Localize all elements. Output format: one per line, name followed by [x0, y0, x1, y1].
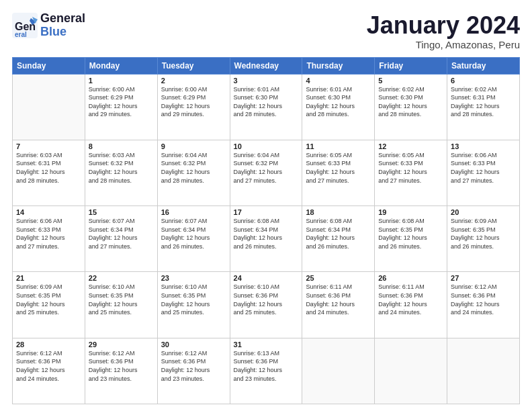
day-info: Sunrise: 6:01 AM Sunset: 6:30 PM Dayligh… [234, 85, 299, 119]
calendar-cell: 18Sunrise: 6:08 AM Sunset: 6:34 PM Dayli… [302, 206, 375, 272]
day-number: 6 [451, 77, 516, 85]
calendar-cell: 26Sunrise: 6:11 AM Sunset: 6:36 PM Dayli… [375, 272, 447, 338]
calendar-cell: 20Sunrise: 6:09 AM Sunset: 6:35 PM Dayli… [447, 206, 520, 272]
day-number: 21 [16, 274, 81, 282]
logo-blue: Blue [40, 26, 85, 39]
weekday-monday: Monday [85, 57, 157, 74]
calendar-cell: 17Sunrise: 6:08 AM Sunset: 6:34 PM Dayli… [230, 206, 302, 272]
logo-general: General [40, 12, 85, 26]
calendar-cell: 23Sunrise: 6:10 AM Sunset: 6:35 PM Dayli… [157, 272, 230, 338]
calendar-cell: 30Sunrise: 6:12 AM Sunset: 6:36 PM Dayli… [157, 338, 230, 404]
day-info: Sunrise: 6:07 AM Sunset: 6:34 PM Dayligh… [89, 217, 154, 250]
day-info: Sunrise: 6:07 AM Sunset: 6:34 PM Dayligh… [161, 217, 226, 250]
day-number: 24 [234, 274, 299, 282]
day-info: Sunrise: 6:03 AM Sunset: 6:31 PM Dayligh… [16, 151, 81, 185]
day-info: Sunrise: 6:01 AM Sunset: 6:30 PM Dayligh… [306, 85, 371, 119]
day-number: 9 [161, 142, 226, 150]
calendar-cell: 28Sunrise: 6:12 AM Sunset: 6:36 PM Dayli… [13, 338, 85, 404]
day-number: 8 [89, 142, 154, 150]
day-info: Sunrise: 6:09 AM Sunset: 6:35 PM Dayligh… [16, 283, 81, 316]
calendar-cell: 27Sunrise: 6:12 AM Sunset: 6:36 PM Dayli… [447, 272, 520, 338]
calendar-cell [302, 338, 375, 404]
day-info: Sunrise: 6:10 AM Sunset: 6:35 PM Dayligh… [161, 283, 226, 316]
week-row-0: 1Sunrise: 6:00 AM Sunset: 6:29 PM Daylig… [13, 74, 520, 140]
day-number: 26 [378, 274, 443, 282]
calendar-cell: 24Sunrise: 6:10 AM Sunset: 6:36 PM Dayli… [230, 272, 302, 338]
calendar-cell: 1Sunrise: 6:00 AM Sunset: 6:29 PM Daylig… [85, 74, 157, 140]
week-row-3: 21Sunrise: 6:09 AM Sunset: 6:35 PM Dayli… [13, 272, 520, 338]
day-number: 2 [161, 77, 226, 85]
day-number: 10 [234, 142, 299, 150]
calendar-cell: 31Sunrise: 6:13 AM Sunset: 6:36 PM Dayli… [230, 338, 302, 404]
day-number: 23 [161, 274, 226, 282]
title-block: January 2024 Tingo, Amazonas, Peru [367, 12, 520, 50]
calendar-cell: 19Sunrise: 6:08 AM Sunset: 6:35 PM Dayli… [375, 206, 447, 272]
day-info: Sunrise: 6:02 AM Sunset: 6:31 PM Dayligh… [451, 85, 516, 119]
calendar-body: 1Sunrise: 6:00 AM Sunset: 6:29 PM Daylig… [13, 74, 520, 404]
calendar-table: SundayMondayTuesdayWednesdayThursdayFrid… [12, 57, 520, 404]
day-info: Sunrise: 6:08 AM Sunset: 6:35 PM Dayligh… [378, 217, 443, 250]
calendar-title: January 2024 [367, 12, 520, 39]
weekday-sunday: Sunday [13, 57, 85, 74]
day-info: Sunrise: 6:12 AM Sunset: 6:36 PM Dayligh… [16, 349, 81, 383]
day-info: Sunrise: 6:04 AM Sunset: 6:32 PM Dayligh… [161, 151, 226, 185]
svg-text:eral: eral [15, 31, 27, 38]
calendar-cell [447, 338, 520, 404]
week-row-2: 14Sunrise: 6:06 AM Sunset: 6:33 PM Dayli… [13, 206, 520, 272]
day-number: 16 [161, 208, 226, 216]
calendar-cell: 2Sunrise: 6:00 AM Sunset: 6:29 PM Daylig… [157, 74, 230, 140]
calendar-cell: 5Sunrise: 6:02 AM Sunset: 6:30 PM Daylig… [375, 74, 447, 140]
day-info: Sunrise: 6:06 AM Sunset: 6:33 PM Dayligh… [451, 151, 516, 185]
calendar-cell: 8Sunrise: 6:03 AM Sunset: 6:32 PM Daylig… [85, 140, 157, 205]
day-number: 25 [306, 274, 371, 282]
day-number: 1 [89, 77, 154, 85]
day-number: 4 [306, 77, 371, 85]
calendar-cell: 3Sunrise: 6:01 AM Sunset: 6:30 PM Daylig… [230, 74, 302, 140]
day-number: 20 [451, 208, 516, 216]
day-info: Sunrise: 6:11 AM Sunset: 6:36 PM Dayligh… [378, 283, 443, 316]
calendar-cell: 7Sunrise: 6:03 AM Sunset: 6:31 PM Daylig… [13, 140, 85, 205]
day-info: Sunrise: 6:06 AM Sunset: 6:33 PM Dayligh… [16, 217, 81, 250]
day-number: 28 [16, 340, 81, 349]
day-number: 17 [234, 208, 299, 216]
calendar-cell: 29Sunrise: 6:12 AM Sunset: 6:36 PM Dayli… [85, 338, 157, 404]
calendar-cell: 22Sunrise: 6:10 AM Sunset: 6:35 PM Dayli… [85, 272, 157, 338]
day-info: Sunrise: 6:05 AM Sunset: 6:33 PM Dayligh… [378, 151, 443, 185]
calendar-cell: 13Sunrise: 6:06 AM Sunset: 6:33 PM Dayli… [447, 140, 520, 205]
day-info: Sunrise: 6:00 AM Sunset: 6:29 PM Dayligh… [161, 85, 226, 119]
calendar-cell: 25Sunrise: 6:11 AM Sunset: 6:36 PM Dayli… [302, 272, 375, 338]
day-info: Sunrise: 6:08 AM Sunset: 6:34 PM Dayligh… [234, 217, 299, 250]
day-info: Sunrise: 6:09 AM Sunset: 6:35 PM Dayligh… [451, 217, 516, 250]
week-row-1: 7Sunrise: 6:03 AM Sunset: 6:31 PM Daylig… [13, 140, 520, 205]
weekday-thursday: Thursday [302, 57, 375, 74]
weekday-tuesday: Tuesday [157, 57, 230, 74]
calendar-subtitle: Tingo, Amazonas, Peru [367, 39, 520, 50]
page: Gen eral General Blue January 2024 Tingo… [0, 0, 532, 411]
day-info: Sunrise: 6:11 AM Sunset: 6:36 PM Dayligh… [306, 283, 371, 316]
day-info: Sunrise: 6:05 AM Sunset: 6:33 PM Dayligh… [306, 151, 371, 185]
day-info: Sunrise: 6:04 AM Sunset: 6:32 PM Dayligh… [234, 151, 299, 185]
day-info: Sunrise: 6:12 AM Sunset: 6:36 PM Dayligh… [161, 349, 226, 383]
day-number: 29 [89, 340, 154, 349]
day-number: 15 [89, 208, 154, 216]
calendar-cell: 6Sunrise: 6:02 AM Sunset: 6:31 PM Daylig… [447, 74, 520, 140]
day-number: 31 [234, 340, 299, 349]
day-number: 14 [16, 208, 81, 216]
week-row-4: 28Sunrise: 6:12 AM Sunset: 6:36 PM Dayli… [13, 338, 520, 404]
day-info: Sunrise: 6:03 AM Sunset: 6:32 PM Dayligh… [89, 151, 154, 185]
calendar-cell [13, 74, 85, 140]
weekday-saturday: Saturday [447, 57, 520, 74]
calendar-cell: 9Sunrise: 6:04 AM Sunset: 6:32 PM Daylig… [157, 140, 230, 205]
day-info: Sunrise: 6:08 AM Sunset: 6:34 PM Dayligh… [306, 217, 371, 250]
day-number: 11 [306, 142, 371, 150]
calendar-cell: 15Sunrise: 6:07 AM Sunset: 6:34 PM Dayli… [85, 206, 157, 272]
day-info: Sunrise: 6:02 AM Sunset: 6:30 PM Dayligh… [378, 85, 443, 119]
day-number: 22 [89, 274, 154, 282]
calendar-cell: 16Sunrise: 6:07 AM Sunset: 6:34 PM Dayli… [157, 206, 230, 272]
day-number: 27 [451, 274, 516, 282]
day-number: 19 [378, 208, 443, 216]
logo-icon: Gen eral [12, 13, 38, 38]
day-number: 7 [16, 142, 81, 150]
day-number: 30 [161, 340, 226, 349]
day-number: 13 [451, 142, 516, 150]
